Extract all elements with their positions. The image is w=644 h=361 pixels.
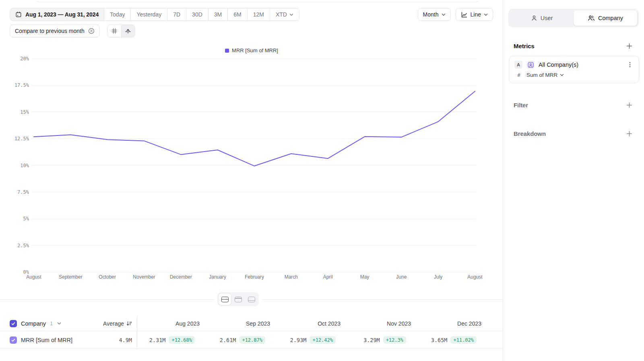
chevron-down-icon [560,74,564,76]
column-header: Sep 2023 [208,320,278,327]
cell-change-badge: +12.87% [239,336,265,344]
metric-entity-name: All Company(s) [539,62,578,68]
range-button-12m[interactable]: 12M [247,8,270,21]
metrics-section-header: Metrics [503,42,644,50]
add-metric-button[interactable] [625,42,634,50]
metric-menu-button[interactable] [626,61,634,69]
compare-chip-label: Compare to previous month [15,28,85,34]
range-button-yesterday[interactable]: Yesterday [130,8,167,21]
date-range-group: Aug 1, 2023 — Aug 31, 2024 TodayYesterda… [10,8,299,21]
chart-type-label: Line [471,11,481,18]
tab-user-label: User [541,15,553,21]
compare-chip[interactable]: Compare to previous month [10,25,100,37]
gridlines-toggle[interactable] [107,25,121,37]
tab-company-label: Company [598,15,623,21]
range-button-6m[interactable]: 6M [227,8,247,21]
x-tick-label: November [133,274,155,280]
cell-change-badge: +11.02% [450,336,477,344]
users-icon [588,15,595,21]
annotations-toggle[interactable] [121,25,135,37]
layout-table-icon [248,297,255,302]
table-header-row: Company 1 Average Aug 2023Sep 2023Oct 20… [0,316,503,331]
grid-icon [111,28,118,34]
metrics-title: Metrics [514,43,535,49]
date-range-label: Aug 1, 2023 — Aug 31, 2024 [25,11,99,18]
table-cell: 2.31M+12.68% [137,336,208,344]
chart-options-group [107,25,135,37]
row-name: MRR [Sum of MRR] [21,337,72,343]
sort-icon [126,320,132,326]
granularity-label: Month [423,11,439,18]
y-tick-label: 5% [23,216,29,222]
y-tick-label: 20% [20,56,29,62]
filter-section-header: Filter [503,101,644,109]
layout-split-button[interactable] [219,293,231,305]
cell-change-badge: +12.3% [383,336,406,344]
xtd-label: XTD [276,11,287,18]
close-circle-icon[interactable] [88,28,95,34]
x-tick-label: December [170,274,192,280]
column-header: Aug 2023 [137,320,208,327]
table-row[interactable]: MRR [Sum of MRR] 4.9M 2.31M+12.68%2.61M+… [0,331,503,349]
table-row-cells: 2.31M+12.68%2.61M+12.87%2.93M+12.42%3.29… [137,336,503,344]
calendar-icon [15,11,22,18]
range-button-xtd[interactable]: XTD [270,8,299,21]
y-tick-label: 17.5% [14,82,29,88]
x-tick-label: September [59,274,83,280]
add-filter-button[interactable] [625,101,634,109]
granularity-dropdown[interactable]: Month [418,8,451,21]
y-tick-label: 2.5% [17,243,29,248]
average-sort[interactable]: Average [103,320,137,327]
user-icon [531,15,537,21]
x-tick-label: March [285,274,298,280]
plus-icon [626,43,633,49]
average-label: Average [103,320,124,327]
select-all-checkbox[interactable] [10,320,17,327]
aggregation-dropdown[interactable]: Sum of MRR [526,72,564,78]
table-month-headers: Aug 2023Sep 2023Oct 2023Nov 2023Dec 2023 [137,320,503,327]
tab-company[interactable]: Company [574,10,637,26]
cell-value: 2.31M [149,337,166,343]
x-tick-label: May [360,274,369,280]
y-tick-label: 15% [20,109,29,115]
range-button-3m[interactable]: 3M [208,8,227,21]
y-tick-label: 10% [20,163,29,168]
x-tick-label: June [396,274,407,280]
mrr-chart[interactable]: 0%2.5%5%7.5%10%12.5%15%17.5%20%AugustSep… [0,55,503,284]
row-checkbox[interactable] [10,336,17,344]
metric-card-aggregation-row: # Sum of MRR [514,72,634,78]
date-range-button[interactable]: Aug 1, 2023 — Aug 31, 2024 [10,8,104,21]
y-tick-label: 12.5% [14,136,29,142]
cell-value: 3.29M [363,337,380,343]
add-breakdown-button[interactable] [625,129,634,138]
layout-table-button[interactable] [245,293,258,305]
range-button-7d[interactable]: 7D [167,8,186,21]
cell-value: 2.61M [220,337,236,343]
config-sidebar: User Company Metrics A All Company(s) [503,0,644,361]
metric-card[interactable]: A All Company(s) # Sum of MRR [509,56,639,83]
x-tick-label: August [26,274,41,280]
layout-split-icon [221,297,229,302]
toolbar-primary: Aug 1, 2023 — Aug 31, 2024 TodayYesterda… [10,8,493,21]
cell-change-badge: +12.42% [310,336,336,344]
chevron-down-icon[interactable] [57,322,61,325]
plus-icon [626,130,633,137]
metric-card-title-row: A All Company(s) [514,61,634,69]
company-avatar-icon [526,61,535,69]
layout-chart-button[interactable] [232,293,244,305]
group-by-label: Company [21,320,46,327]
layout-toggle-group [217,292,259,306]
tab-user[interactable]: User [510,10,574,26]
breakdown-section-header: Breakdown [503,129,644,138]
cell-change-badge: +12.68% [169,336,195,344]
column-header: Nov 2023 [349,320,419,327]
range-button-today[interactable]: Today [104,8,130,21]
filter-title: Filter [514,102,528,109]
cell-value: 2.93M [290,337,307,343]
table-header-main: Company 1 Average [0,316,137,331]
arrow-up-from-line-icon [125,28,131,34]
x-tick-label: July [434,274,442,280]
chart-type-dropdown[interactable]: Line [456,8,493,21]
range-button-30d[interactable]: 30D [186,8,208,21]
table-cell: 3.29M+12.3% [349,336,419,344]
